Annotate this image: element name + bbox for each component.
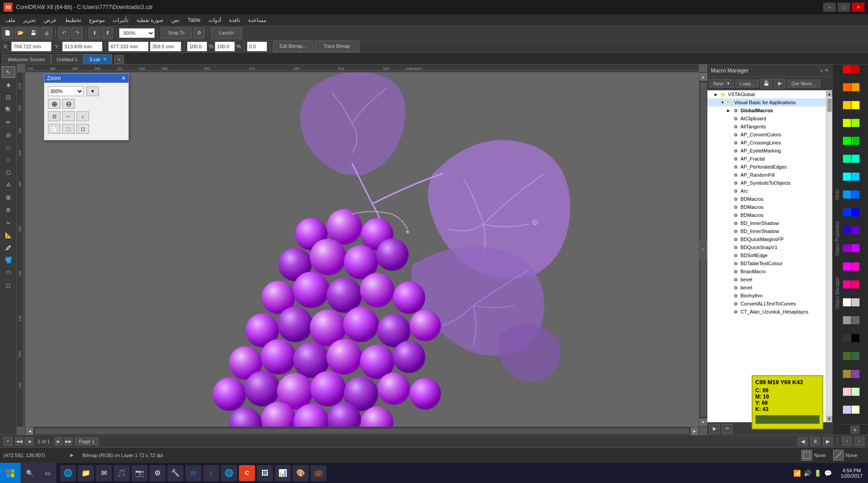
color-swatch[interactable] (851, 388, 859, 396)
macro-item-bdmacros-2[interactable]: ⚙ BDMacros (707, 203, 826, 211)
zoom-fit-btn[interactable]: ⊡ (48, 111, 60, 121)
scroll-left-btn[interactable]: ◀ (26, 428, 33, 435)
new-tab-btn[interactable]: + (114, 55, 124, 64)
polygon-tool[interactable]: ⬡ (2, 166, 15, 178)
macro-panel-close-btn[interactable]: ✕ (825, 68, 829, 73)
snap-to-btn[interactable]: Snap To (161, 27, 192, 39)
menu-text[interactable]: نص (168, 16, 183, 24)
h-input[interactable] (150, 42, 181, 51)
measure-tool[interactable]: 📐 (2, 229, 15, 241)
color-swatch[interactable] (851, 280, 859, 288)
macro-item-biorhythm[interactable]: ⚙ Biorhythm (707, 292, 826, 300)
color-swatch[interactable] (843, 226, 851, 234)
start-button[interactable] (0, 463, 21, 483)
color-swatch[interactable] (851, 155, 859, 163)
taskbar-photo-icon[interactable]: 📷 (132, 465, 148, 481)
macro-edit-btn[interactable]: ✏ (722, 424, 732, 434)
color-swatch[interactable] (851, 226, 859, 234)
macro-scroll-up[interactable]: ▲ (827, 91, 832, 97)
color-swatch[interactable] (843, 101, 851, 109)
color-swatch[interactable] (843, 191, 851, 199)
menu-file[interactable]: ملف (2, 16, 19, 24)
launch-btn[interactable]: Launch (211, 27, 242, 39)
zoom-fit-height-btn[interactable]: ↕ (77, 111, 89, 121)
color-swatch[interactable] (851, 263, 859, 271)
options-btn[interactable]: ⚙ (193, 27, 205, 39)
timeline-nav-prev[interactable]: ‹ (842, 437, 852, 446)
macro-item-bd-innershadow-1[interactable]: ⚙ BD_InnerShadow (707, 219, 826, 227)
menu-help[interactable]: مساعدة (245, 16, 270, 24)
page-next-btn[interactable]: ▶ (55, 437, 63, 445)
taskbar-extra3-icon[interactable]: 📊 (275, 465, 291, 481)
color-swatch[interactable] (843, 65, 851, 73)
color-swatch[interactable] (843, 370, 851, 378)
save-btn[interactable]: 💾 (28, 27, 39, 39)
taskbar-folder-icon[interactable]: 📁 (78, 465, 94, 481)
color-swatch[interactable] (851, 119, 859, 127)
macro-item-bdsoftedge[interactable]: ⚙ BDSoftEdge (707, 251, 826, 259)
color-swatch[interactable] (843, 244, 851, 252)
menu-view[interactable]: عرض (40, 16, 60, 24)
text-tool[interactable]: A (2, 179, 15, 191)
page-last-btn[interactable]: ▶▶ (64, 437, 72, 445)
shape-tool[interactable]: ◈ (2, 79, 15, 90)
color-swatch[interactable] (843, 316, 851, 324)
scroll-horizontal[interactable]: ◀ ▶ (25, 427, 699, 435)
macro-item-ap-randomfill[interactable]: ⚙ AP_RandomFill (707, 171, 826, 179)
macro-item-alltangents[interactable]: ⚙ AllTangents (707, 123, 826, 131)
zoom-close-btn[interactable]: ✕ (121, 75, 126, 81)
tab-welcome[interactable]: Welcome Screen (2, 54, 51, 64)
macro-item-convertalltexttocurves[interactable]: ⚙ ConvertALLTextToCurves (707, 300, 826, 308)
color-swatch[interactable] (851, 298, 859, 306)
page-first-btn[interactable]: ◀◀ (15, 437, 23, 445)
timeline-play-btn[interactable]: ⏸ (810, 437, 820, 446)
taskbar-extra4-icon[interactable]: 🎨 (293, 465, 309, 481)
macro-run-btn[interactable]: ▶ (709, 424, 720, 434)
taskbar-player-icon[interactable]: 🎵 (114, 465, 130, 481)
tray-battery-icon[interactable]: 🔋 (814, 470, 821, 477)
menu-layout[interactable]: تخطيط (61, 16, 85, 24)
menu-object[interactable]: موضوع (85, 16, 108, 24)
eyedropper-tool[interactable]: 💉 (2, 242, 15, 253)
freehand-tool[interactable]: ✏ (2, 116, 15, 128)
edit-bitmap-btn[interactable]: Edit Bitmap... (273, 41, 313, 52)
menu-effects[interactable]: تأثيرات (109, 16, 132, 24)
shadow-tool[interactable]: ◻ (2, 279, 15, 291)
macro-item-bdtabletextcolour[interactable]: ⚙ BDTableTextColour (707, 259, 826, 267)
color-swatch[interactable] (843, 119, 851, 127)
taskbar-explorer-icon[interactable]: 🌐 (60, 465, 76, 481)
macro-save-btn[interactable]: 💾 (761, 79, 772, 89)
y-input[interactable] (62, 42, 102, 51)
color-swatch[interactable] (843, 208, 851, 216)
page-prev-btn[interactable]: ◀ (25, 437, 33, 445)
color-swatch-selected[interactable] (843, 352, 851, 360)
trace-bitmap-btn[interactable]: Trace Bitmap (315, 41, 359, 52)
macro-item-arc[interactable]: ⚙ Arc (707, 187, 826, 195)
macro-item-bevel-2[interactable]: ⚙ bevel (707, 284, 826, 292)
search-btn[interactable]: 🔍 (21, 463, 38, 483)
color-swatch[interactable] (851, 316, 859, 324)
color-swatch[interactable] (851, 352, 859, 360)
scroll-right-btn[interactable]: ▶ (691, 428, 698, 435)
angle-input[interactable] (247, 42, 267, 51)
macro-item-vba[interactable]: ▼ 📁 Visual Basic for Applications (707, 98, 826, 106)
macro-list-scrollbar[interactable]: ▲ ▼ (826, 90, 832, 422)
color-swatch[interactable] (851, 101, 859, 109)
taskbar-extra2-icon[interactable]: 🖼 (257, 465, 273, 481)
scroll-down-btn[interactable]: ▼ (700, 419, 707, 426)
close-button[interactable]: ✕ (852, 3, 864, 12)
undo-btn[interactable]: ↶ (58, 27, 70, 39)
ellipse-tool[interactable]: ○ (2, 154, 15, 165)
macro-get-more-btn[interactable]: Get More... (787, 80, 820, 88)
color-swatch[interactable] (843, 83, 851, 91)
macro-item-ap-eyeletmarking[interactable]: ⚙ AP_EyeletMarking (707, 147, 826, 155)
zoom-selected-btn[interactable]: ◻ (77, 124, 89, 134)
macro-item-brianmacro[interactable]: ⚙ BrianMacro (707, 267, 826, 275)
x-input[interactable] (11, 42, 51, 51)
color-swatch[interactable] (851, 244, 859, 252)
import-btn[interactable]: ⬇ (89, 27, 100, 39)
macro-item-bevel-1[interactable]: ⚙ bevel (707, 275, 826, 284)
color-swatch[interactable] (843, 137, 851, 145)
w-input[interactable] (108, 42, 149, 51)
zoom-select[interactable]: 300% 100% 200% 400% (119, 28, 155, 38)
